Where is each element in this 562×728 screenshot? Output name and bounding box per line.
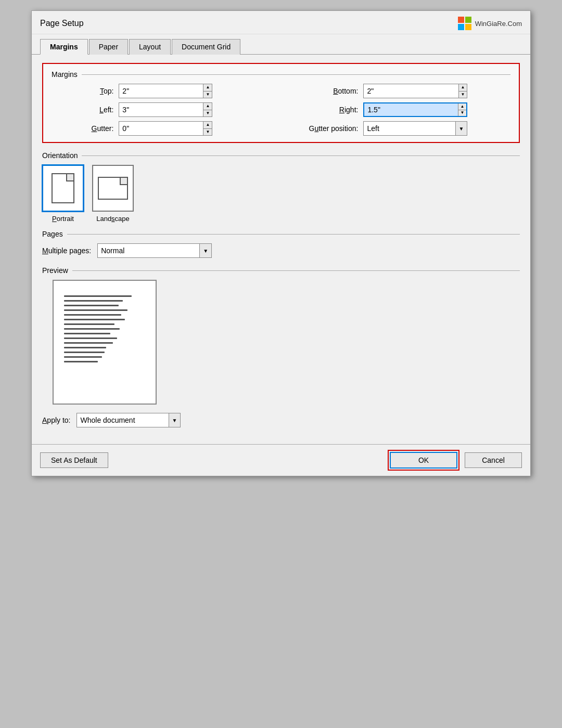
gutter-position-select-wrap[interactable]: Left Top Right ▼ (363, 121, 467, 136)
apply-to-select[interactable]: Whole document This section This point f… (77, 413, 168, 427)
apply-to-select-wrap[interactable]: Whole document This section This point f… (76, 413, 181, 427)
preview-line (64, 352, 105, 353)
left-decrement[interactable]: ▼ (203, 110, 212, 117)
preview-section: Preview (42, 266, 520, 405)
preview-line (64, 342, 113, 344)
multiple-pages-select[interactable]: Normal Mirror margins 2 pages per sheet … (98, 244, 199, 257)
apply-to-label: Apply to: (42, 416, 70, 424)
preview-line (64, 328, 120, 330)
multiple-pages-label: Multiple pages: (42, 246, 91, 255)
gutter-input[interactable] (119, 122, 203, 135)
svg-rect-2 (458, 24, 464, 30)
preview-line (64, 347, 106, 348)
title-bar-left: Page Setup (40, 19, 84, 28)
preview-line (64, 333, 110, 334)
margins-section: Margins Top: ▲ ▼ Bottom: ▲ ▼ (42, 63, 520, 143)
landscape-icon-box (92, 165, 134, 212)
portrait-page-icon (52, 173, 74, 203)
watermark: WinGiaRe.Com (457, 16, 522, 31)
bottom-spinner[interactable]: ▲ ▼ (363, 84, 467, 98)
left-spinner-buttons: ▲ ▼ (203, 103, 212, 116)
title-bar: Page Setup WinGiaRe.Com (32, 11, 530, 34)
preview-line (64, 323, 114, 325)
watermark-text: WinGiaRe.Com (475, 20, 522, 28)
top-label: Top: (52, 87, 116, 95)
pages-section: Pages Multiple pages: Normal Mirror marg… (42, 230, 520, 258)
gutter-spinner-buttons: ▲ ▼ (203, 122, 212, 135)
tab-layout[interactable]: Layout (129, 39, 171, 55)
preview-line (64, 314, 121, 316)
set-default-button[interactable]: Set As Default (40, 452, 108, 468)
multiple-pages-select-wrap[interactable]: Normal Mirror margins 2 pages per sheet … (97, 243, 212, 258)
preview-box (53, 280, 157, 405)
bottom-decrement[interactable]: ▼ (459, 91, 467, 98)
bottom-input[interactable] (364, 84, 458, 98)
right-increment[interactable]: ▲ (458, 103, 467, 110)
multiple-pages-dropdown-icon: ▼ (199, 244, 211, 257)
gutter-spinner[interactable]: ▲ ▼ (119, 121, 212, 136)
right-spinner-buttons: ▲ ▼ (458, 103, 467, 116)
preview-line (64, 319, 125, 320)
apply-to-row: Apply to: Whole document This section Th… (42, 413, 520, 427)
bottom-label: Bottom: (269, 87, 361, 95)
svg-rect-3 (465, 24, 471, 30)
preview-line (64, 309, 127, 311)
windows-logo-icon (457, 16, 472, 31)
landscape-label: Landscape (96, 215, 130, 223)
ok-button-wrapper: OK (388, 450, 459, 471)
preview-line (64, 356, 102, 358)
portrait-label: Portrait (52, 215, 74, 223)
bottom-increment[interactable]: ▲ (459, 84, 467, 91)
top-spinner[interactable]: ▲ ▼ (119, 84, 212, 98)
gutter-position-dropdown-icon: ▼ (455, 122, 467, 135)
svg-rect-0 (458, 17, 464, 23)
gutter-position-select[interactable]: Left Top Right (364, 122, 455, 135)
top-decrement[interactable]: ▼ (203, 91, 212, 98)
landscape-button[interactable]: Landscape (92, 165, 134, 223)
tab-content: Margins Top: ▲ ▼ Bottom: ▲ ▼ (32, 55, 530, 444)
margins-form-grid: Top: ▲ ▼ Bottom: ▲ ▼ (52, 84, 510, 136)
preview-line (64, 361, 98, 362)
preview-line (64, 295, 132, 297)
orientation-section-title: Orientation (42, 151, 520, 160)
gutter-label: Gutter: (52, 124, 116, 133)
right-spinner[interactable]: ▲ ▼ (363, 102, 467, 117)
orientation-buttons: Portrait Landscape (42, 165, 520, 223)
page-setup-dialog: Page Setup WinGiaRe.Com Margins Paper La… (31, 10, 531, 476)
top-spinner-buttons: ▲ ▼ (203, 84, 212, 98)
top-input[interactable] (119, 84, 203, 98)
bottom-bar: Set As Default OK Cancel (32, 444, 530, 476)
margins-section-title: Margins (52, 70, 510, 79)
top-increment[interactable]: ▲ (203, 84, 212, 91)
ok-button[interactable]: OK (390, 452, 457, 469)
dialog-title: Page Setup (40, 19, 84, 28)
preview-line (64, 337, 117, 339)
portrait-button[interactable]: Portrait (42, 165, 84, 223)
tab-margins[interactable]: Margins (40, 39, 88, 55)
left-increment[interactable]: ▲ (203, 103, 212, 110)
svg-rect-1 (465, 17, 471, 23)
apply-to-dropdown-icon: ▼ (169, 413, 181, 427)
pages-row: Multiple pages: Normal Mirror margins 2 … (42, 243, 520, 258)
tab-paper[interactable]: Paper (89, 39, 128, 55)
bottom-spinner-buttons: ▲ ▼ (458, 84, 467, 98)
landscape-page-icon (98, 177, 128, 200)
right-input[interactable] (364, 103, 457, 116)
orientation-section: Orientation Portrait Landscape (42, 151, 520, 223)
gutter-decrement[interactable]: ▼ (203, 128, 212, 136)
cancel-button[interactable]: Cancel (465, 452, 522, 468)
left-input[interactable] (119, 103, 203, 116)
right-decrement[interactable]: ▼ (458, 110, 467, 116)
left-spinner[interactable]: ▲ ▼ (119, 102, 212, 117)
gutter-position-label: Gutter position: (269, 124, 361, 133)
preview-line (64, 300, 123, 302)
gutter-increment[interactable]: ▲ (203, 122, 212, 128)
preview-section-title: Preview (42, 266, 520, 275)
right-label: Right: (269, 106, 361, 114)
pages-section-title: Pages (42, 230, 520, 238)
preview-line (64, 305, 119, 306)
preview-lines (64, 295, 148, 362)
tab-bar: Margins Paper Layout Document Grid (32, 34, 530, 55)
tab-document-grid[interactable]: Document Grid (172, 39, 240, 55)
portrait-icon-box (42, 165, 84, 212)
